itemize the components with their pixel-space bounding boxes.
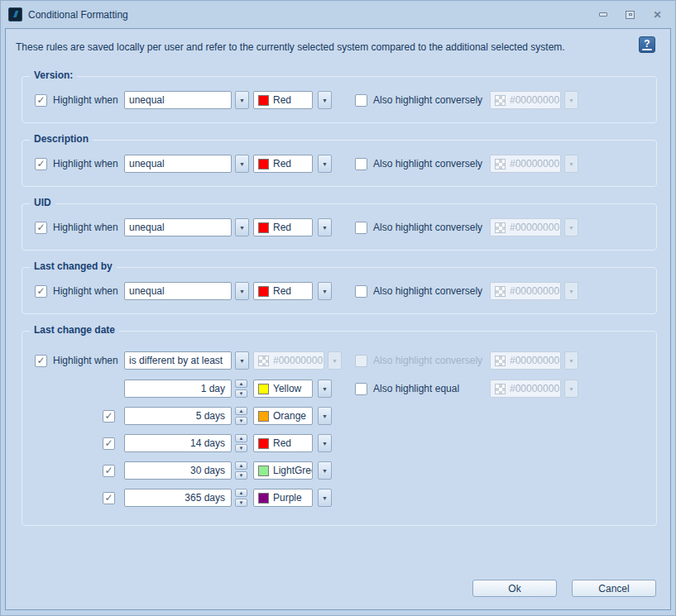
condition-combo[interactable]: unequal: [124, 218, 232, 236]
spin-down-button[interactable]: ▼: [235, 444, 247, 452]
color-dropdown-button[interactable]: ▼: [318, 218, 332, 236]
threshold-checkbox[interactable]: ✓: [103, 434, 115, 452]
chevron-down-icon: ▼: [568, 358, 574, 364]
highlight-when-checkbox[interactable]: ✓ Highlight when: [35, 218, 118, 236]
conversely-checkbox[interactable]: Also highlight conversely: [355, 218, 482, 236]
threshold-value-input[interactable]: 14 days: [124, 434, 232, 452]
threshold-value-input[interactable]: 5 days: [124, 407, 232, 425]
condition-dropdown-button[interactable]: ▼: [235, 91, 249, 109]
group-uid: UID ✓ Highlight when unequal ▼ Red ▼ Als…: [22, 203, 657, 251]
color-name: Purple: [273, 492, 302, 504]
condition-dropdown-button[interactable]: ▼: [235, 155, 249, 173]
highlight-when-checkbox[interactable]: ✓ Highlight when: [35, 91, 118, 109]
checkbox-box[interactable]: ✓: [103, 465, 115, 477]
checkbox-box[interactable]: ✓: [35, 285, 47, 298]
spin-up-button[interactable]: ▲: [235, 407, 247, 415]
transparent-swatch: [495, 95, 506, 106]
spin-down-button[interactable]: ▼: [235, 417, 247, 425]
equal-checkbox[interactable]: Also highlight equal: [355, 380, 459, 398]
threshold-value-input[interactable]: 30 days: [124, 461, 232, 480]
checkbox-box[interactable]: ✓: [35, 94, 47, 107]
checkbox-box[interactable]: ✓: [103, 492, 115, 504]
checkbox-box[interactable]: ✓: [35, 355, 47, 367]
spin-up-button[interactable]: ▲: [235, 461, 247, 470]
conversely-checkbox[interactable]: Also highlight conversely: [355, 91, 482, 109]
condition-combo[interactable]: is different by at least: [124, 351, 232, 370]
cancel-button[interactable]: Cancel: [572, 580, 656, 597]
spin-up-button[interactable]: ▲: [235, 489, 247, 497]
color-dropdown-button[interactable]: ▼: [318, 489, 332, 507]
checkbox-box[interactable]: [355, 222, 367, 234]
threshold-checkbox[interactable]: ✓: [103, 407, 115, 425]
condition-dropdown-button[interactable]: ▼: [235, 282, 249, 300]
spin-up-button[interactable]: ▲: [235, 434, 247, 442]
checkbox-box[interactable]: [355, 383, 367, 395]
ok-button[interactable]: Ok: [472, 580, 557, 597]
highlight-when-checkbox[interactable]: ✓ Highlight when: [35, 351, 118, 370]
checkbox-box[interactable]: [355, 94, 367, 107]
spin-down-button[interactable]: ▼: [235, 471, 247, 480]
color-swatch: [258, 438, 269, 449]
checkbox-box[interactable]: ✓: [103, 437, 115, 450]
minimize-button[interactable]: [597, 8, 609, 21]
checkbox-box[interactable]: ✓: [35, 222, 47, 234]
color-combo[interactable]: Red: [253, 218, 313, 236]
spin-down-button[interactable]: ▼: [235, 499, 247, 507]
close-button[interactable]: ✕: [651, 8, 664, 21]
conversely-color-combo: #00000000: [490, 155, 561, 173]
color-dropdown-button[interactable]: ▼: [318, 407, 332, 425]
check-icon: ✓: [104, 466, 113, 475]
title-bar[interactable]: // Conditional Formatting ✕: [1, 1, 675, 28]
color-combo[interactable]: Red: [253, 155, 313, 173]
condition-combo[interactable]: unequal: [124, 155, 232, 173]
checkbox-box[interactable]: [355, 158, 367, 170]
group-row: ✓ Highlight when unequal ▼ Red ▼ Also hi…: [22, 218, 656, 236]
color-combo[interactable]: Yellow: [253, 380, 313, 398]
color-dropdown-button[interactable]: ▼: [318, 91, 332, 109]
threshold-stepper: ▲ ▼: [235, 489, 247, 507]
color-combo[interactable]: LightGreen: [253, 461, 313, 480]
condition-dropdown-button[interactable]: ▼: [235, 351, 249, 370]
color-combo[interactable]: Red: [253, 434, 313, 452]
color-combo[interactable]: Purple: [253, 489, 313, 507]
highlight-when-checkbox[interactable]: ✓ Highlight when: [35, 155, 118, 173]
condition-value: unequal: [129, 222, 165, 233]
color-dropdown-button[interactable]: ▼: [318, 282, 332, 300]
equal-dropdown-button: ▼: [564, 380, 578, 398]
condition-dropdown-button[interactable]: ▼: [235, 218, 249, 236]
condition-combo[interactable]: unequal: [124, 282, 232, 300]
color-dropdown-button[interactable]: ▼: [318, 380, 332, 398]
color-name: Red: [273, 94, 291, 106]
arrow-up-icon: ▲: [239, 436, 244, 441]
spin-up-button[interactable]: ▲: [235, 380, 247, 388]
color-swatch: [258, 493, 269, 504]
color-dropdown-button[interactable]: ▼: [318, 434, 332, 452]
spin-down-button[interactable]: ▼: [235, 389, 247, 398]
conversely-checkbox[interactable]: Also highlight conversely: [355, 155, 482, 173]
color-combo[interactable]: Red: [253, 282, 313, 300]
color-combo[interactable]: Orange: [253, 407, 313, 425]
color-name: Red: [273, 222, 291, 233]
threshold-value-input[interactable]: 365 days: [124, 489, 232, 507]
threshold-checkbox[interactable]: ✓: [103, 461, 115, 480]
conversely-color-combo: #00000000: [490, 351, 561, 370]
help-button[interactable]: ?: [639, 36, 655, 53]
conversely-checkbox: Also highlight conversely: [355, 351, 482, 370]
color-dropdown-button[interactable]: ▼: [318, 155, 332, 173]
close-icon: ✕: [653, 10, 661, 20]
arrow-down-icon: ▼: [239, 446, 244, 451]
group-title: Last changed by: [30, 260, 117, 272]
color-combo[interactable]: Red: [253, 91, 313, 109]
condition-combo[interactable]: unequal: [124, 91, 232, 109]
checkbox-box[interactable]: ✓: [35, 158, 47, 170]
color-name: Red: [273, 158, 291, 170]
checkbox-box[interactable]: [355, 285, 367, 298]
checkbox-box[interactable]: ✓: [103, 410, 115, 423]
highlight-when-checkbox[interactable]: ✓ Highlight when: [35, 282, 118, 300]
color-dropdown-button[interactable]: ▼: [318, 461, 332, 480]
transparent-swatch: [495, 384, 506, 394]
threshold-checkbox[interactable]: ✓: [103, 489, 115, 507]
threshold-value-input[interactable]: 1 day: [124, 380, 232, 398]
maximize-button[interactable]: [624, 8, 636, 21]
conversely-checkbox[interactable]: Also highlight conversely: [355, 282, 482, 300]
